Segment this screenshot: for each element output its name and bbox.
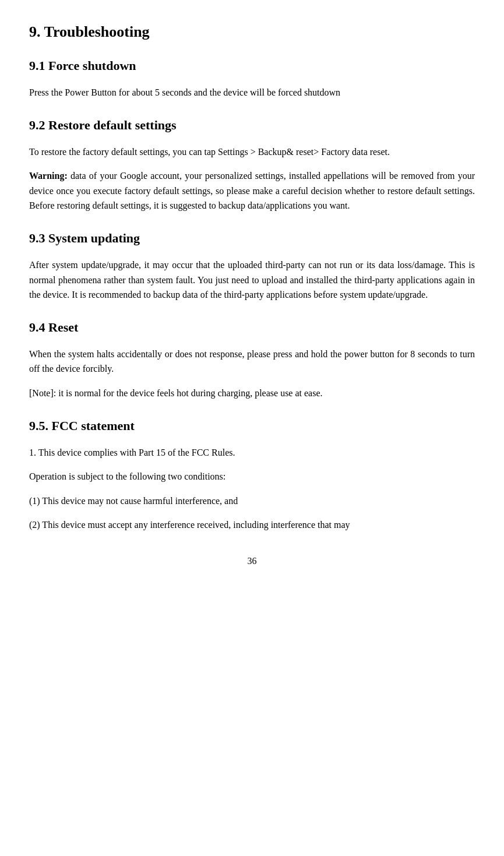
section-9-3-title: 9.3 System updating — [29, 231, 475, 246]
section-9-4-paragraph-0: When the system halts accidentally or do… — [29, 347, 475, 376]
section-9-4-paragraph-1: [Note]: it is normal for the device feel… — [29, 386, 475, 401]
page-number: 36 — [29, 556, 475, 566]
page-title: 9. Troubleshooting — [29, 23, 475, 41]
section-9-5-paragraph-1: Operation is subject to the following tw… — [29, 469, 475, 484]
section-9-1-title: 9.1 Force shutdown — [29, 58, 475, 73]
warning-label: Warning: — [29, 171, 68, 181]
section-9-5-paragraph-2: (1) This device may not cause harmful in… — [29, 494, 475, 509]
section-9-5-title: 9.5. FCC statement — [29, 418, 475, 434]
section-9-2-warning: Warning: data of your Google account, yo… — [29, 168, 475, 213]
section-9-1: 9.1 Force shutdown Press the Power Butto… — [29, 58, 475, 100]
section-9-1-paragraph-0: Press the Power Button for about 5 secon… — [29, 85, 475, 100]
section-9-2-title: 9.2 Restore default settings — [29, 118, 475, 133]
section-9-3: 9.3 System updating After system update/… — [29, 231, 475, 302]
section-9-5-paragraph-0: 1. This device complies with Part 15 of … — [29, 445, 475, 460]
section-9-5-paragraph-3: (2) This device must accept any interfer… — [29, 517, 475, 533]
section-9-4-title: 9.4 Reset — [29, 320, 475, 335]
section-9-2: 9.2 Restore default settings To restore … — [29, 118, 475, 213]
section-9-3-paragraph-0: After system update/upgrade, it may occu… — [29, 258, 475, 302]
section-9-2-paragraph-0: To restore the factory default settings,… — [29, 145, 475, 160]
warning-text-content: data of your Google account, your person… — [29, 171, 475, 210]
section-9-5: 9.5. FCC statement 1. This device compli… — [29, 418, 475, 533]
section-9-4: 9.4 Reset When the system halts accident… — [29, 320, 475, 401]
